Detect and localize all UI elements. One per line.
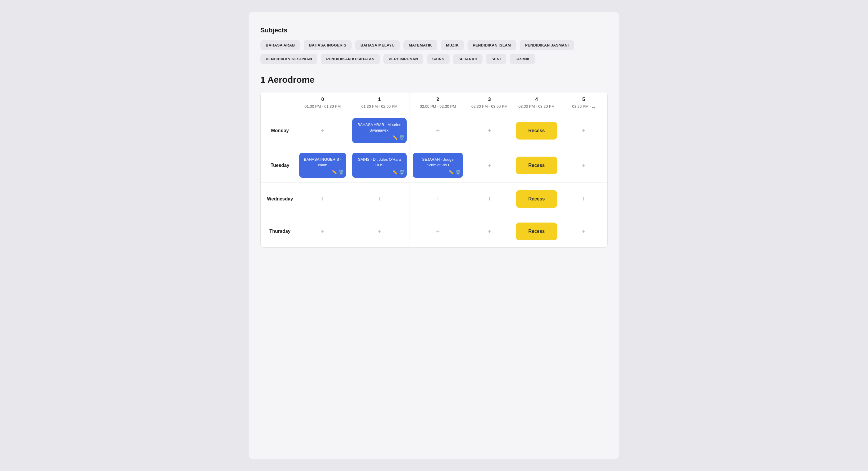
add-slot-button[interactable]: + [488,162,491,169]
add-slot-button[interactable]: + [488,127,491,134]
day-label: Monday [261,113,296,148]
recess-cell: Recess [516,190,557,208]
col-header-5: 5 03:20 PM - ... [560,92,607,113]
slot-monday-3: + [466,113,513,148]
add-slot-button[interactable]: + [377,228,381,235]
slot-wednesday-5: + [560,183,607,215]
subject-chip[interactable]: MUZIK [441,40,464,50]
slot-tuesday-1[interactable]: SAINS - Dr. Jules O'Hara DDS✏️🗑️ [349,148,410,183]
slot-monday-0: + [296,113,349,148]
day-label: Wednesday [261,183,296,215]
subject-chip[interactable]: BAHASA ARAB [260,40,300,50]
slot-thursday-0: + [296,215,349,247]
subject-chip[interactable]: PENDIDIKAN ISLAM [468,40,517,50]
subject-chip[interactable]: PERHIMPUNAN [383,54,424,64]
col-header-0: 0 01:00 PM - 01:30 PM [296,92,349,113]
subject-chip[interactable]: BAHASA INGGERIS [304,40,351,50]
add-slot-button[interactable]: + [582,127,586,134]
add-slot-button[interactable]: + [321,228,324,235]
subject-chip[interactable]: TASMIK [509,54,535,64]
header-row: 0 01:00 PM - 01:30 PM 1 01:30 PM - 02:00… [261,92,607,113]
col-header-4: 4 03:00 PM - 03:20 PM [513,92,560,113]
col-header-2: 2 02:00 PM - 02:30 PM [410,92,466,113]
subjects-title: Subjects [260,27,608,34]
day-label: Tuesday [261,148,296,183]
timetable: 0 01:00 PM - 01:30 PM 1 01:30 PM - 02:00… [261,92,607,247]
class-card[interactable]: BAHASA ARAB - Maurine Swaniawski✏️🗑️ [352,118,407,143]
delete-icon[interactable]: 🗑️ [399,135,404,141]
class-card[interactable]: SEJARAH - Judge Schmidt PhD✏️🗑️ [413,153,463,178]
slot-wednesday-3: + [466,183,513,215]
slot-monday-5: + [560,113,607,148]
delete-icon[interactable]: 🗑️ [456,170,461,175]
add-slot-button[interactable]: + [436,127,440,134]
slot-wednesday-1: + [349,183,410,215]
delete-icon[interactable]: 🗑️ [399,170,404,175]
slot-thursday-5: + [560,215,607,247]
add-slot-button[interactable]: + [377,196,381,202]
slot-tuesday-4[interactable]: Recess [513,148,560,183]
recess-cell: Recess [516,122,557,140]
slot-tuesday-0[interactable]: BAHASA INGGERIS - karim✏️🗑️ [296,148,349,183]
slot-tuesday-2[interactable]: SEJARAH - Judge Schmidt PhD✏️🗑️ [410,148,466,183]
subject-chip[interactable]: SENI [486,54,506,64]
slot-monday-4[interactable]: Recess [513,113,560,148]
subject-chip[interactable]: SAINS [427,54,450,64]
table-row: Thursday++++Recess+ [261,215,607,247]
edit-icon[interactable]: ✏️ [332,170,337,175]
slot-wednesday-4[interactable]: Recess [513,183,560,215]
add-slot-button[interactable]: + [436,228,440,235]
slot-wednesday-0: + [296,183,349,215]
slot-thursday-3: + [466,215,513,247]
slot-thursday-2: + [410,215,466,247]
table-row: Monday+BAHASA ARAB - Maurine Swaniawski✏… [261,113,607,148]
subject-chip[interactable]: BAHASA MELAYU [355,40,400,50]
recess-cell: Recess [516,157,557,174]
class-card[interactable]: SAINS - Dr. Jules O'Hara DDS✏️🗑️ [352,153,407,178]
col-header-3: 3 02:30 PM - 03:00 PM [466,92,513,113]
subjects-grid: BAHASA ARABBAHASA INGGERISBAHASA MELAYUM… [260,40,608,64]
table-row: Wednesday++++Recess+ [261,183,607,215]
slot-tuesday-5: + [560,148,607,183]
day-label: Thursday [261,215,296,247]
col-header-1: 1 01:30 PM - 02:00 PM [349,92,410,113]
slot-monday-2: + [410,113,466,148]
class-title: 1 Aerodrome [260,75,608,85]
edit-icon[interactable]: ✏️ [393,170,398,175]
subject-chip[interactable]: PENDIDIKAN KESIHATAN [321,54,379,64]
subject-chip[interactable]: PENDIDIKAN KESENIAN [260,54,317,64]
slot-thursday-4[interactable]: Recess [513,215,560,247]
subject-chip[interactable]: PENDIDIKAN JASMANI [520,40,574,50]
edit-icon[interactable]: ✏️ [449,170,454,175]
delete-icon[interactable]: 🗑️ [339,170,344,175]
recess-cell: Recess [516,223,557,240]
subject-chip[interactable]: MATEMATIK [403,40,437,50]
add-slot-button[interactable]: + [436,196,440,202]
subjects-section: Subjects BAHASA ARABBAHASA INGGERISBAHAS… [260,27,608,64]
slot-tuesday-3: + [466,148,513,183]
table-row: TuesdayBAHASA INGGERIS - karim✏️🗑️SAINS … [261,148,607,183]
add-slot-button[interactable]: + [582,196,586,202]
add-slot-button[interactable]: + [321,196,324,202]
slot-monday-1[interactable]: BAHASA ARAB - Maurine Swaniawski✏️🗑️ [349,113,410,148]
add-slot-button[interactable]: + [488,228,491,235]
edit-icon[interactable]: ✏️ [393,135,398,141]
slot-thursday-1: + [349,215,410,247]
timetable-wrapper: 0 01:00 PM - 01:30 PM 1 01:30 PM - 02:00… [260,92,608,248]
subject-chip[interactable]: SEJARAH [453,54,483,64]
slot-wednesday-2: + [410,183,466,215]
add-slot-button[interactable]: + [488,196,491,202]
add-slot-button[interactable]: + [582,228,586,235]
day-header [261,92,296,113]
class-card[interactable]: BAHASA INGGERIS - karim✏️🗑️ [299,153,346,178]
add-slot-button[interactable]: + [321,127,324,134]
main-container: Subjects BAHASA ARABBAHASA INGGERISBAHAS… [249,12,619,459]
add-slot-button[interactable]: + [582,162,586,169]
